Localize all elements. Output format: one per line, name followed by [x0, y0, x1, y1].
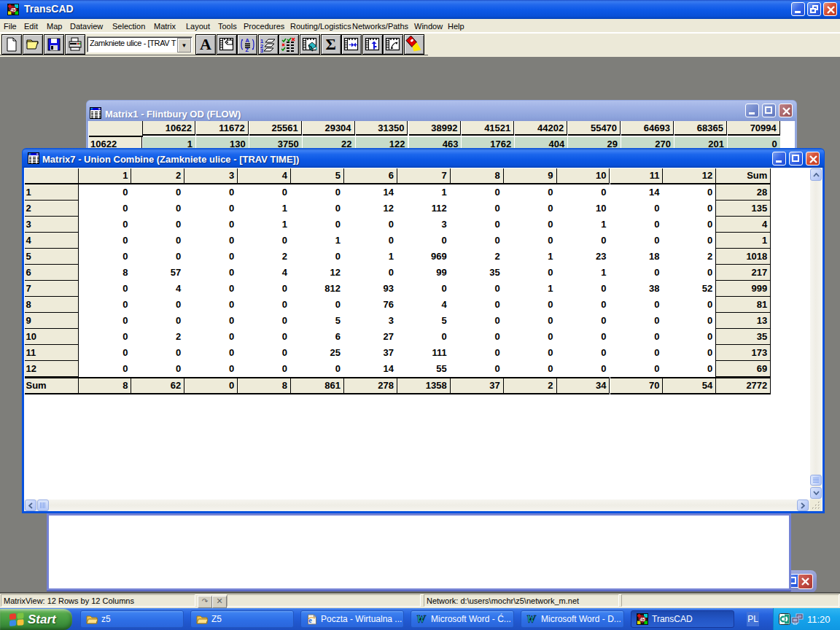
svg-text:45: 45: [10, 7, 16, 12]
svg-text:45: 45: [639, 617, 645, 622]
svg-text:e: e: [308, 615, 312, 623]
svg-text:A: A: [245, 37, 249, 44]
svg-text:W: W: [416, 614, 427, 624]
svg-text:W: W: [526, 614, 537, 624]
svg-text:3: 3: [260, 47, 263, 52]
